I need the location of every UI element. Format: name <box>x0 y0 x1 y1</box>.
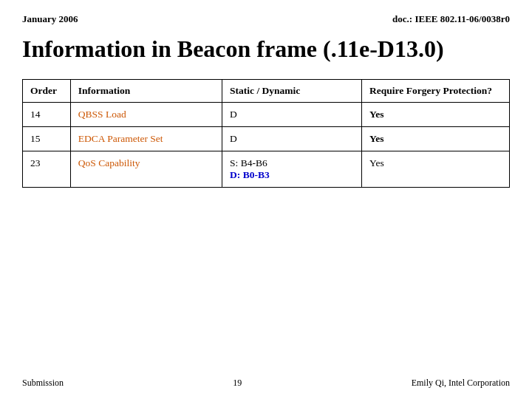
row2-require-text: Yes <box>369 133 384 144</box>
row3-information: QoS Capability <box>70 151 222 187</box>
row3-require: Yes <box>362 151 510 187</box>
col-header-require: Require Forgery Protection? <box>362 79 510 102</box>
row2-info-text: EDCA Parameter Set <box>78 133 163 144</box>
col-header-order: Order <box>23 79 71 102</box>
row1-information: QBSS Load <box>70 102 222 126</box>
main-table: Order Information Static / Dynamic Requi… <box>22 79 510 188</box>
col-header-information: Information <box>70 79 222 102</box>
table-row: 23 QoS Capability S: B4-B6 D: B0-B3 Yes <box>23 151 510 187</box>
table-row: 14 QBSS Load D Yes <box>23 102 510 126</box>
row3-info-text: QoS Capability <box>78 157 140 168</box>
footer: Submission 19 Emily Qi, Intel Corporatio… <box>22 378 510 389</box>
footer-author: Emily Qi, Intel Corporation <box>412 378 510 389</box>
row1-require-text: Yes <box>369 109 384 120</box>
row1-require: Yes <box>362 102 510 126</box>
header: January 2006 doc.: IEEE 802.11-06/0038r0 <box>22 13 510 25</box>
row2-information: EDCA Parameter Set <box>70 126 222 151</box>
page: January 2006 doc.: IEEE 802.11-06/0038r0… <box>0 0 532 399</box>
col-header-static-dynamic: Static / Dynamic <box>222 79 362 102</box>
row1-static-dynamic: D <box>222 102 362 126</box>
header-doc: doc.: IEEE 802.11-06/0038r0 <box>392 13 510 25</box>
footer-submission: Submission <box>22 378 64 389</box>
row3-sd-line1: S: B4-B6 <box>230 157 267 168</box>
row3-static-dynamic: S: B4-B6 D: B0-B3 <box>222 151 362 187</box>
row3-sd-line2: D: B0-B3 <box>230 169 270 180</box>
row1-order: 14 <box>23 102 71 126</box>
row3-order: 23 <box>23 151 71 187</box>
header-date: January 2006 <box>22 13 78 25</box>
footer-page-number: 19 <box>233 378 242 389</box>
row2-order: 15 <box>23 126 71 151</box>
page-title: Information in Beacon frame (.11e-D13.0) <box>22 35 510 63</box>
row2-static-dynamic: D <box>222 126 362 151</box>
row2-require: Yes <box>362 126 510 151</box>
row1-info-text: QBSS Load <box>78 109 126 120</box>
table-row: 15 EDCA Parameter Set D Yes <box>23 126 510 151</box>
table-wrapper: Order Information Static / Dynamic Requi… <box>22 79 510 370</box>
